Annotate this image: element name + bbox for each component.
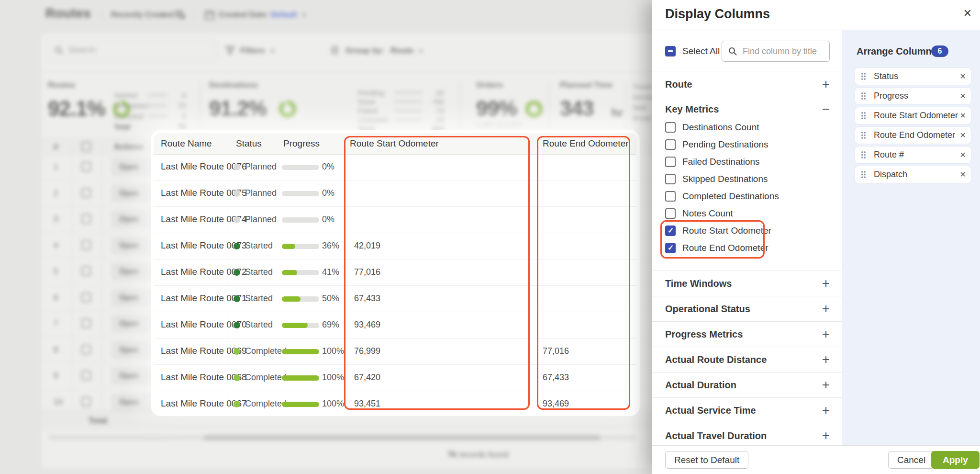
find-column-input[interactable]	[742, 46, 824, 57]
group-actual-route-distance[interactable]: Actual Route Distance+	[652, 347, 842, 372]
legend-label: Unrouted	[358, 116, 394, 124]
group-by-value: Route	[390, 46, 413, 56]
status-label: Planned	[245, 214, 277, 225]
legend-value: 70	[178, 102, 186, 110]
search-icon	[728, 46, 737, 56]
checkbox-label: Pending Destinations	[682, 139, 768, 150]
remove-column-icon[interactable]	[960, 131, 966, 140]
arrange-card[interactable]: Status	[855, 68, 971, 85]
legend-value: 33	[436, 116, 444, 124]
arrange-card[interactable]: Dispatch	[855, 166, 971, 183]
legend-total-row: Total 76	[114, 121, 186, 132]
checkbox-item[interactable]: Failed Destinations	[652, 153, 842, 170]
column-checkbox[interactable]	[665, 157, 676, 167]
progress-value: 50%	[322, 293, 339, 304]
arrange-card[interactable]: Route #	[855, 146, 971, 164]
column-checkbox[interactable]	[665, 122, 676, 133]
group-actual-duration[interactable]: Actual Duration+	[652, 372, 842, 398]
group-operational-status[interactable]: Operational Status+	[652, 296, 842, 322]
column-header-start-odometer: Route Start Odometer	[350, 138, 439, 149]
group-label: Time Windows	[665, 278, 732, 289]
row-index: 1	[54, 162, 58, 172]
drag-handle-icon[interactable]	[861, 112, 866, 120]
records-suffix: records found	[457, 450, 509, 459]
close-icon[interactable]	[960, 6, 975, 21]
cancel-button[interactable]: Cancel	[888, 451, 935, 469]
group-route[interactable]: Route +	[652, 72, 842, 97]
checkbox-item[interactable]: Notes Count	[652, 205, 842, 222]
chevron-down-icon	[302, 11, 306, 19]
group-key-metrics[interactable]: Key Metrics −	[652, 98, 842, 120]
expand-plus-icon[interactable]: +	[822, 302, 830, 316]
find-column-search[interactable]	[722, 41, 830, 62]
remove-column-icon[interactable]	[960, 72, 966, 81]
reset-to-default-button[interactable]: Reset to Default	[665, 451, 748, 469]
row-index: 9	[54, 371, 58, 381]
expand-plus-icon[interactable]: +	[822, 429, 830, 442]
status-label: Planned	[245, 162, 277, 172]
drag-handle-icon[interactable]	[861, 151, 866, 159]
legend-row: Completed 70	[114, 100, 186, 111]
column-checkbox[interactable]	[665, 174, 676, 184]
arrange-card[interactable]: Route Start Odometer	[855, 107, 971, 124]
filters-button: Filters	[240, 46, 265, 56]
arrange-card-label: Dispatch	[874, 169, 907, 180]
progress-value: 100%	[322, 399, 344, 409]
drag-handle-icon[interactable]	[861, 170, 866, 179]
expand-plus-icon[interactable]: +	[822, 327, 830, 341]
group-progress-metrics[interactable]: Progress Metrics+	[652, 322, 842, 347]
column-checkbox[interactable]	[665, 243, 676, 253]
legend-row: Unrouted 33	[358, 115, 444, 124]
column-checkbox[interactable]	[665, 226, 676, 236]
collapse-minus-icon[interactable]: −	[822, 102, 830, 116]
group-time-windows[interactable]: Time Windows+	[652, 271, 842, 296]
expand-plus-icon[interactable]: +	[822, 277, 830, 290]
legend-total-row: Total 854	[358, 124, 444, 134]
group-actual-service-time[interactable]: Actual Service Time+	[652, 398, 842, 423]
expand-plus-icon[interactable]: +	[822, 378, 830, 392]
remove-column-icon[interactable]	[960, 170, 966, 179]
arrange-card[interactable]: Route End Odometer	[855, 126, 971, 144]
checkbox-item[interactable]: Route Start Odometer	[652, 222, 842, 239]
column-checkbox[interactable]	[665, 139, 676, 150]
select-all-checkbox[interactable]	[665, 46, 676, 56]
arrange-card[interactable]: Progress	[855, 87, 971, 105]
checkbox-item[interactable]: Route End Odometer	[652, 239, 842, 257]
row-index: 7	[54, 319, 58, 328]
expand-plus-icon[interactable]: +	[822, 78, 830, 91]
remove-column-icon[interactable]	[960, 150, 966, 159]
status-label: Started	[245, 267, 273, 277]
progress-value: 41%	[322, 267, 339, 277]
end-odometer-value: 93,469	[543, 399, 569, 409]
status-label: Started	[245, 293, 273, 304]
status-dot-icon	[234, 322, 240, 328]
drag-handle-icon[interactable]	[861, 72, 866, 80]
expand-plus-icon[interactable]: +	[822, 353, 830, 366]
remove-column-icon[interactable]	[960, 111, 966, 120]
legend-bar	[147, 104, 167, 107]
app-screen: Routes Recently Created Created Date: De…	[0, 0, 980, 474]
checkbox-item[interactable]: Completed Destinations	[652, 188, 842, 205]
row-checkbox	[81, 240, 91, 250]
apply-button[interactable]: Apply	[931, 451, 980, 469]
highlighted-table-spotlight: Route Name Status Progress Route Start O…	[154, 133, 636, 413]
divider	[459, 81, 460, 133]
checkbox-item[interactable]: Pending Destinations	[652, 136, 842, 153]
actions-column-header: Actions	[114, 142, 144, 152]
select-all-row[interactable]: Select All	[665, 46, 720, 56]
checkbox-item[interactable]: Destinations Count	[652, 119, 842, 136]
column-checkbox[interactable]	[665, 208, 676, 219]
progress-bar	[282, 296, 319, 302]
filter-funnel-icon	[225, 45, 235, 56]
column-checkbox[interactable]	[665, 191, 676, 202]
legend-label: Started	[114, 91, 147, 99]
remove-column-icon[interactable]	[960, 91, 966, 101]
arrange-card-label: Status	[874, 71, 898, 81]
drag-handle-icon[interactable]	[861, 92, 866, 100]
drag-handle-icon[interactable]	[861, 131, 866, 139]
frozen-column-divider	[227, 133, 227, 413]
checkbox-item[interactable]: Skipped Destinations	[652, 170, 842, 188]
select-all-rows-checkbox	[81, 142, 91, 151]
expand-plus-icon[interactable]: +	[822, 404, 830, 417]
group-route-label: Route	[665, 79, 692, 90]
